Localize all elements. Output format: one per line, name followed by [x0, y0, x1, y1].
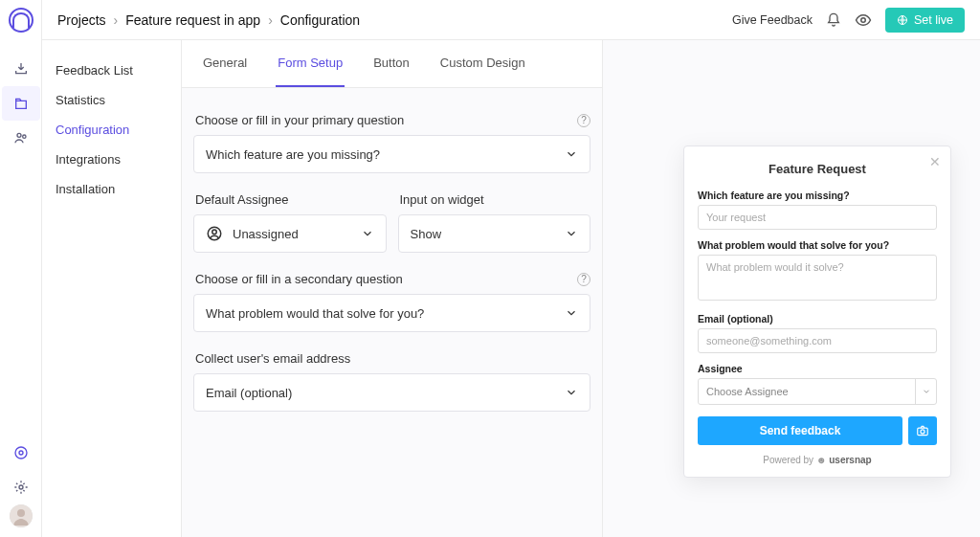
- widget-email-label: Email (optional): [698, 313, 937, 324]
- nav-feedback-list[interactable]: Feedback List: [56, 56, 181, 85]
- svg-rect-11: [918, 428, 928, 436]
- chevron-down-icon: [565, 147, 578, 161]
- settings-icon[interactable]: [2, 470, 40, 504]
- collect-email-select[interactable]: Email (optional): [193, 373, 590, 412]
- input-widget-value: Show: [411, 227, 442, 241]
- eye-icon[interactable]: [855, 11, 872, 29]
- config-tabs: General Form Setup Button Custom Design: [182, 40, 602, 88]
- assignee-label: Default Assignee: [195, 192, 289, 207]
- team-icon[interactable]: [2, 121, 40, 155]
- secondary-question-select[interactable]: What problem would that solve for you?: [193, 294, 590, 332]
- inbox-icon[interactable]: [2, 52, 40, 86]
- powered-by: Powered by ☻ usersnap: [698, 455, 937, 465]
- close-icon[interactable]: ✕: [929, 154, 941, 169]
- give-feedback-link[interactable]: Give Feedback: [732, 13, 813, 27]
- topbar: Projects › Feature request in app › Conf…: [42, 0, 980, 40]
- svg-point-2: [15, 447, 27, 459]
- primary-question-label: Choose or fill in your primary question: [195, 113, 404, 127]
- config-column: General Form Setup Button Custom Design …: [182, 40, 603, 537]
- projects-icon[interactable]: [2, 86, 40, 121]
- widget-assignee-select[interactable]: Choose Assignee: [698, 378, 937, 405]
- tab-custom-design[interactable]: Custom Design: [438, 40, 527, 87]
- assignee-select[interactable]: Unassigned: [193, 214, 387, 253]
- svg-point-12: [921, 430, 924, 434]
- svg-point-6: [17, 509, 25, 517]
- tab-general[interactable]: General: [201, 40, 249, 87]
- preview-column: ✕ Feature Request Which feature are you …: [603, 40, 980, 537]
- chevron-down-icon: [361, 227, 374, 240]
- feedback-widget: ✕ Feature Request Which feature are you …: [683, 145, 951, 478]
- tab-button[interactable]: Button: [371, 40, 412, 87]
- widget-q2-textarea[interactable]: [698, 255, 937, 301]
- chevron-right-icon: ›: [268, 12, 273, 28]
- set-live-label: Set live: [914, 13, 953, 27]
- main: General Form Setup Button Custom Design …: [182, 40, 980, 537]
- breadcrumb: Projects › Feature request in app › Conf…: [57, 12, 360, 28]
- widget-q2-label: What problem would that solve for you?: [698, 239, 937, 251]
- svg-point-1: [22, 135, 25, 138]
- nav-installation[interactable]: Installation: [56, 174, 181, 204]
- breadcrumb-item[interactable]: Feature request in app: [125, 12, 260, 28]
- widget-q1-label: Which feature are you missing?: [698, 190, 937, 201]
- chevron-down-icon: [565, 306, 578, 320]
- user-icon: [206, 225, 223, 242]
- send-feedback-button[interactable]: Send feedback: [698, 416, 902, 445]
- widget-assignee-label: Assignee: [698, 363, 937, 374]
- widget-title: Feature Request: [698, 162, 937, 176]
- powered-brand: usersnap: [829, 455, 871, 465]
- breadcrumb-item[interactable]: Projects: [57, 12, 106, 28]
- chevron-right-icon: ›: [114, 12, 119, 28]
- svg-point-3: [19, 451, 23, 455]
- svg-point-0: [17, 133, 21, 137]
- widget-q1-input[interactable]: [698, 205, 937, 230]
- collect-email-value: Email (optional): [206, 386, 292, 400]
- nav-statistics[interactable]: Statistics: [56, 85, 181, 115]
- primary-question-select[interactable]: Which feature are you missing?: [193, 135, 590, 173]
- powered-prefix: Powered by: [763, 455, 816, 465]
- nav-configuration[interactable]: Configuration: [56, 115, 181, 145]
- svg-point-7: [861, 17, 866, 22]
- breadcrumb-item: Configuration: [280, 12, 360, 28]
- widget-email-input[interactable]: [698, 328, 937, 353]
- help-icon[interactable]: ?: [577, 114, 590, 127]
- svg-point-4: [19, 485, 23, 489]
- help-icon[interactable]: ?: [577, 273, 590, 286]
- primary-question-value: Which feature are you missing?: [206, 147, 380, 162]
- screenshot-button[interactable]: [908, 416, 937, 445]
- help-icon[interactable]: [2, 436, 40, 470]
- icon-rail: [0, 0, 42, 537]
- secondary-question-label: Choose or fill in a secondary question: [195, 272, 403, 286]
- project-nav: Feedback List Statistics Configuration I…: [42, 40, 182, 537]
- collect-email-label: Collect user's email address: [195, 351, 350, 366]
- input-widget-select[interactable]: Show: [398, 214, 591, 253]
- widget-assignee-placeholder: Choose Assignee: [706, 386, 789, 397]
- chevron-down-icon: [565, 386, 578, 399]
- input-widget-label: Input on widget: [400, 192, 484, 207]
- avatar[interactable]: [10, 504, 33, 527]
- tab-form-setup[interactable]: Form Setup: [276, 40, 345, 87]
- secondary-question-value: What problem would that solve for you?: [206, 306, 424, 321]
- svg-point-10: [212, 230, 217, 235]
- chevron-down-icon: [565, 227, 578, 240]
- nav-integrations[interactable]: Integrations: [56, 145, 181, 174]
- set-live-button[interactable]: Set live: [885, 8, 965, 33]
- assignee-value: Unassigned: [233, 227, 299, 241]
- logo-icon[interactable]: [9, 8, 33, 33]
- bell-icon[interactable]: [826, 12, 841, 28]
- chevron-down-icon: [915, 379, 936, 404]
